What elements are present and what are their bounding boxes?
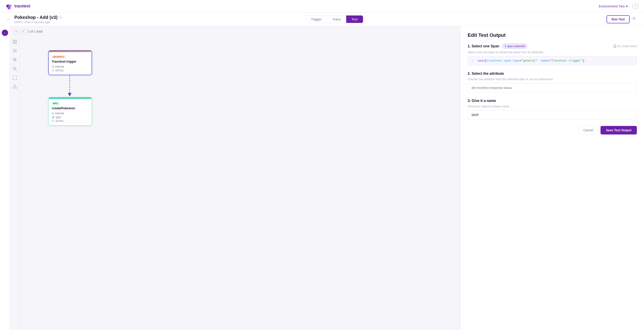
meta-label-internal: internal xyxy=(55,65,64,68)
sl-link-label: SL cheat sheet xyxy=(618,45,637,48)
attribute-input[interactable] xyxy=(468,83,637,92)
list-view-icon[interactable] xyxy=(12,48,18,54)
span-title-create-pokemon: createPokemon xyxy=(52,106,88,110)
code-equals2: = xyxy=(548,59,550,62)
code-val-general: "general" xyxy=(522,59,537,62)
canvas-with-tools: GENERAL Tracetest trigger ⚙ internal ⏱ 2… xyxy=(10,37,460,330)
top-nav: tracetest Environment Two ▾ ? xyxy=(0,0,644,13)
tab-group: Trigger Trace Test xyxy=(306,15,363,23)
svg-point-12 xyxy=(13,52,13,52)
graph-icon[interactable] xyxy=(12,84,18,90)
canvas[interactable]: GENERAL Tracetest trigger ⚙ internal ⏱ 2… xyxy=(20,37,460,330)
main-layout: › < > 1 of 1 total xyxy=(0,26,644,330)
clock-meta-icon2: ⏱ xyxy=(52,120,54,122)
env-label: Environment Two xyxy=(599,4,625,8)
help-icon[interactable]: ? xyxy=(632,3,638,10)
span-meta-create-pokemon: ⚙ internal 🔗 grpc ⏱ 107ms xyxy=(52,112,88,123)
prev-arrow[interactable]: < xyxy=(14,29,19,34)
span-node-create-pokemon[interactable]: RPC createPokemon ⚙ internal 🔗 grpc ⏱ xyxy=(48,97,92,126)
environment-selector[interactable]: Environment Two ▾ xyxy=(599,4,628,8)
section1-header: 1. Select one Span 1 span selected 📋 SL … xyxy=(468,44,637,49)
tool-sidebar xyxy=(10,37,20,330)
trace-canvas: < > 1 of 1 total xyxy=(10,26,460,330)
fit-icon[interactable] xyxy=(12,75,18,81)
info-icon[interactable]: ⓘ xyxy=(59,15,62,19)
output-name-input[interactable] xyxy=(468,110,637,120)
code-attr-name: name xyxy=(541,59,548,62)
sub-nav-right: Run Test ⚙ xyxy=(606,15,638,23)
panel-title: Edit Test Output xyxy=(468,32,637,38)
span-node-tracetest-trigger[interactable]: GENERAL Tracetest trigger ⚙ internal ⏱ 2… xyxy=(48,50,92,75)
section3-header: 3. Give it a name xyxy=(468,99,637,103)
meta-label-internal2: internal xyxy=(55,112,64,115)
code-bracket-close: ] xyxy=(582,59,584,62)
span-top-bar-rpc xyxy=(48,97,92,99)
meta-label-duration2: 107ms xyxy=(55,119,64,123)
meta-label-grpc: grpc xyxy=(56,116,61,119)
section2-header: 2. Select the attribute xyxy=(468,72,637,76)
logo-area: tracetest xyxy=(6,3,30,10)
section1-desc: Select only one span to extract the valu… xyxy=(468,51,637,54)
section-select-attribute: 2. Select the attribute Choose one attri… xyxy=(468,72,637,92)
gear-meta-icon: ⚙ xyxy=(52,65,54,68)
cancel-button[interactable]: Cancel xyxy=(578,126,598,134)
next-arrow[interactable]: > xyxy=(20,29,26,34)
connector-svg xyxy=(20,37,460,330)
left-collapse-sidebar: › xyxy=(0,26,10,330)
meta-label-duration: 227ms xyxy=(55,69,64,72)
section1-title: 1. Select one Span xyxy=(468,44,499,48)
code-content: span[tracetest.span.type="general" name=… xyxy=(478,59,584,62)
section2-title: 2. Select the attribute xyxy=(468,72,504,76)
zoom-in-icon[interactable] xyxy=(12,57,18,63)
right-panel: Edit Test Output 1. Select one Span 1 sp… xyxy=(460,26,644,330)
run-test-button[interactable]: Run Test xyxy=(606,15,630,23)
svg-line-18 xyxy=(16,70,16,71)
svg-rect-3 xyxy=(13,40,14,41)
chevron-right-icon: › xyxy=(4,31,6,35)
tab-trigger[interactable]: Trigger xyxy=(306,16,327,23)
sub-nav-left: ← Pokeshop - Add (v3) ⓘ GRPC • Ran 9 min… xyxy=(6,15,62,24)
link-meta-icon: 🔗 xyxy=(52,116,55,119)
meta-item-internal2: ⚙ internal xyxy=(52,112,88,115)
sub-title: GRPC • Ran 9 minutes ago xyxy=(14,21,62,24)
code-line-number: 1 xyxy=(472,59,475,62)
tab-test[interactable]: Test xyxy=(346,16,363,23)
svg-line-14 xyxy=(16,61,16,62)
span-badge-rpc: RPC xyxy=(52,102,60,105)
svg-line-23 xyxy=(14,86,15,88)
settings-icon[interactable]: ⚙ xyxy=(632,16,638,23)
section3-title: 3. Give it a name xyxy=(468,99,496,103)
logo-text: tracetest xyxy=(14,4,30,9)
collapse-button[interactable]: › xyxy=(2,30,8,36)
svg-rect-4 xyxy=(15,40,16,41)
span-selected-badge: 1 span selected xyxy=(502,44,527,49)
meta-item-grpc: 🔗 grpc xyxy=(52,116,88,119)
svg-point-10 xyxy=(13,49,13,50)
span-top-bar xyxy=(48,51,92,52)
section-select-span: 1. Select one Span 1 span selected 📋 SL … xyxy=(468,44,637,65)
book-icon: 📋 xyxy=(613,45,617,48)
svg-rect-2 xyxy=(8,6,10,9)
clock-meta-icon: ⏱ xyxy=(52,69,54,72)
tab-trace[interactable]: Trace xyxy=(327,16,346,23)
gear-meta-icon2: ⚙ xyxy=(52,112,54,115)
trace-toolbar: < > 1 of 1 total xyxy=(10,26,460,37)
save-test-output-button[interactable]: Save Test Output xyxy=(600,126,637,134)
code-span-keyword: span xyxy=(478,59,485,62)
zoom-out-icon[interactable] xyxy=(12,66,18,72)
sub-nav: ← Pokeshop - Add (v3) ⓘ GRPC • Ran 9 min… xyxy=(0,13,644,26)
panel-actions: Cancel Save Test Output xyxy=(468,126,637,134)
svg-rect-5 xyxy=(13,42,14,44)
meta-item-internal: ⚙ internal xyxy=(52,65,88,68)
back-button[interactable]: ← xyxy=(6,16,12,23)
span-title-tracetest-trigger: Tracetest trigger xyxy=(52,60,88,63)
sl-cheat-sheet-link[interactable]: 📋 SL cheat sheet xyxy=(613,45,637,48)
span-badge-general: GENERAL xyxy=(52,55,66,58)
code-bracket-open: [ xyxy=(485,59,486,62)
selector-code-box[interactable]: 1 span[tracetest.span.type="general" nam… xyxy=(468,56,637,65)
chevron-down-icon: ▾ xyxy=(626,4,628,8)
section2-desc: Choose one attribute from the selected s… xyxy=(468,77,637,81)
svg-line-24 xyxy=(15,86,16,88)
title-block: Pokeshop - Add (v3) ⓘ GRPC • Ran 9 minut… xyxy=(14,15,62,24)
grid-view-icon[interactable] xyxy=(12,39,18,45)
